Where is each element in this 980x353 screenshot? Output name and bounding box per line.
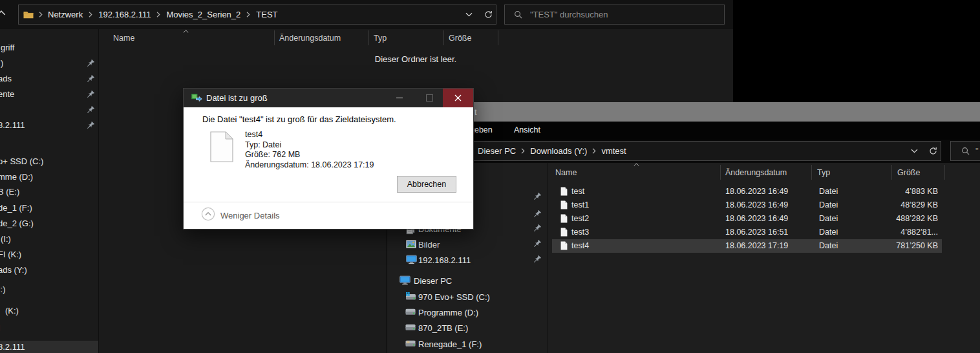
minimize-button[interactable] bbox=[384, 89, 414, 107]
column-header-date[interactable]: Änderungsdatum bbox=[279, 34, 341, 43]
collapse-details-icon[interactable] bbox=[201, 207, 215, 221]
breadcrumb-chevron-icon bbox=[89, 12, 92, 17]
drive-icon bbox=[405, 340, 416, 347]
column-divider[interactable] bbox=[443, 30, 444, 45]
refresh-button[interactable] bbox=[924, 142, 941, 160]
tab-ansicht[interactable]: Ansicht bbox=[514, 125, 540, 134]
search-icon bbox=[514, 10, 522, 19]
column-divider[interactable] bbox=[811, 165, 812, 180]
column-header-size[interactable]: Größe bbox=[449, 34, 471, 43]
sidebar-item[interactable]: ads bbox=[0, 72, 98, 85]
breadcrumb-item[interactable]: Downloads (Y:) bbox=[530, 146, 587, 156]
navigation-bar: Dieser PC Downloads (Y:) vmtest " bbox=[387, 140, 980, 163]
column-divider[interactable] bbox=[274, 30, 275, 45]
sidebar-item-drive-e[interactable]: 870_2TB (E:) bbox=[387, 321, 546, 336]
address-dropdown-button[interactable] bbox=[460, 6, 477, 23]
sidebar-item[interactable]: I bbox=[0, 322, 98, 335]
search-box[interactable] bbox=[504, 5, 725, 25]
breadcrumb-item[interactable]: Dieser PC bbox=[478, 146, 516, 156]
close-button[interactable] bbox=[443, 89, 473, 107]
sidebar-item[interactable]: de_2 (G:) bbox=[0, 217, 98, 230]
sidebar-item-drive-c[interactable]: 970 Evo+ SSD (C:) bbox=[387, 290, 546, 305]
sidebar-item-drive-d[interactable]: Programme (D:) bbox=[387, 306, 546, 320]
pin-icon bbox=[533, 209, 542, 218]
sidebar-item[interactable]: B (E:) bbox=[0, 186, 98, 198]
file-row-selected[interactable]: test4 18.06.2023 17:19 Datei 781’250 KB bbox=[552, 239, 942, 253]
breadcrumb-chevron-icon bbox=[246, 12, 250, 17]
pin-icon bbox=[87, 105, 95, 114]
sidebar-item[interactable]: I:) bbox=[0, 283, 98, 296]
drive-icon bbox=[405, 308, 416, 316]
column-divider[interactable] bbox=[498, 30, 498, 45]
file-row[interactable]: test 18.06.2023 16:49 Datei 4’883 KB bbox=[552, 185, 942, 198]
sidebar-item[interactable]: o+ SSD (C:) bbox=[0, 155, 98, 168]
pin-icon bbox=[533, 192, 542, 200]
breadcrumb-item[interactable]: Movies_2_Serien_2 bbox=[166, 10, 240, 19]
file-row[interactable]: test1 18.06.2023 16:49 Datei 48’829 KB bbox=[552, 198, 942, 212]
column-header-type[interactable]: Typ bbox=[817, 168, 830, 177]
sidebar-item[interactable]: griff bbox=[0, 41, 98, 54]
file-icon bbox=[560, 200, 568, 209]
column-header-name[interactable]: Name bbox=[113, 34, 134, 43]
cancel-button[interactable]: Abbrechen bbox=[397, 176, 456, 193]
address-bar[interactable]: Dieser PC Downloads (Y:) vmtest bbox=[392, 141, 941, 161]
column-header-name[interactable]: Name bbox=[555, 168, 577, 177]
dialog-divider bbox=[184, 202, 473, 202]
file-row[interactable]: test2 18.06.2023 16:49 Datei 488’282 KB bbox=[552, 212, 942, 226]
pin-icon bbox=[87, 90, 95, 98]
sidebar-item-selected[interactable]: 8.2.111 bbox=[0, 341, 98, 353]
maximize-button[interactable] bbox=[414, 89, 445, 107]
address-dropdown-button[interactable] bbox=[906, 142, 922, 160]
file-modified: Änderungsdatum: 18.06.2023 17:19 bbox=[245, 160, 374, 171]
column-header-size[interactable]: Größe bbox=[897, 168, 920, 177]
search-input[interactable] bbox=[529, 9, 693, 20]
empty-folder-message: Dieser Ordner ist leer. bbox=[98, 54, 733, 64]
column-divider[interactable] bbox=[891, 165, 892, 180]
file-size: Größe: 762 MB bbox=[245, 150, 374, 160]
navigation-bar: Netzwerk 192.168.2.111 Movies_2_Serien_2… bbox=[0, 0, 733, 29]
dialog-titlebar[interactable]: Datei ist zu groß bbox=[184, 89, 473, 107]
breadcrumb-item[interactable]: Netzwerk bbox=[48, 10, 83, 19]
sidebar-divider[interactable] bbox=[547, 163, 548, 353]
breadcrumb-item[interactable]: 192.168.2.111 bbox=[98, 10, 151, 19]
file-icon bbox=[560, 187, 568, 196]
sidebar-item[interactable] bbox=[0, 103, 98, 116]
sidebar-divider[interactable] bbox=[98, 29, 99, 353]
window-title-fragment: t bbox=[474, 107, 477, 117]
sidebar-item[interactable]: de_1 (F:) bbox=[0, 202, 98, 215]
nav-up-icon[interactable] bbox=[0, 10, 6, 16]
column-header-date[interactable]: Änderungsdatum bbox=[725, 168, 787, 177]
sidebar-item[interactable]: (K:) bbox=[0, 305, 98, 317]
breadcrumb-chevron-icon bbox=[156, 12, 160, 17]
pin-icon bbox=[533, 224, 542, 232]
window-titlebar-inactive[interactable]: t bbox=[387, 102, 980, 122]
sidebar-item-bilder[interactable]: Bilder bbox=[387, 238, 546, 252]
less-details-toggle[interactable]: Weniger Details bbox=[220, 211, 280, 220]
pin-icon bbox=[87, 59, 95, 67]
breadcrumb-item[interactable]: TEST bbox=[256, 10, 277, 19]
file-icon-large bbox=[210, 131, 233, 162]
search-box[interactable]: " bbox=[950, 141, 980, 161]
sidebar-item[interactable]: ads (Y:) bbox=[0, 264, 98, 277]
sidebar-item[interactable]: ente bbox=[0, 88, 98, 101]
drive-icon bbox=[405, 324, 416, 331]
sidebar-item-network-pc[interactable]: 192.168.2.111 bbox=[387, 253, 546, 268]
minimize-icon bbox=[396, 98, 403, 98]
sidebar-item[interactable]: 8.2.111 bbox=[0, 119, 98, 132]
sidebar-item[interactable]: ) bbox=[0, 57, 98, 70]
column-divider[interactable] bbox=[720, 165, 721, 180]
refresh-button[interactable] bbox=[480, 6, 496, 23]
breadcrumb-item[interactable]: vmtest bbox=[601, 146, 626, 156]
sidebar-item-drive-f[interactable]: Renegade_1 (F:) bbox=[387, 337, 546, 352]
sidebar-item[interactable]: FI (K:) bbox=[0, 248, 98, 261]
address-bar[interactable]: Netzwerk 192.168.2.111 Movies_2_Serien_2… bbox=[18, 5, 496, 25]
column-divider[interactable] bbox=[368, 30, 369, 45]
sidebar-item-dieser-pc[interactable]: Dieser PC bbox=[387, 274, 546, 288]
sidebar-item[interactable]: (I:) bbox=[0, 233, 98, 246]
column-header-type[interactable]: Typ bbox=[374, 34, 387, 43]
column-divider[interactable] bbox=[944, 165, 945, 180]
file-row[interactable]: test3 18.06.2023 16:51 Datei 4’882’81... bbox=[552, 226, 942, 239]
file-icon bbox=[560, 228, 568, 237]
sidebar-item[interactable]: mme (D:) bbox=[0, 171, 98, 184]
file-type: Typ: Datei bbox=[245, 140, 374, 151]
